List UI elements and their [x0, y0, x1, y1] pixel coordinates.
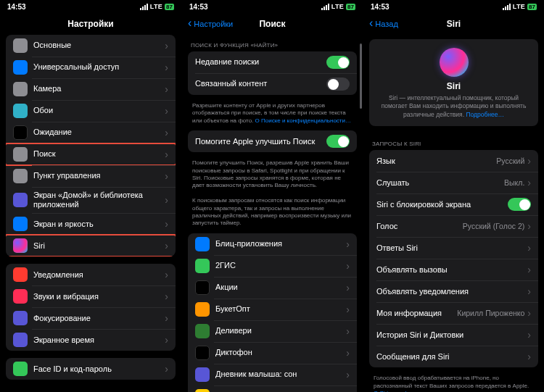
row-label: Голос [376, 222, 463, 231]
row-label: Язык [376, 157, 496, 166]
row-label: Моя информация [376, 309, 457, 318]
chevron-right-icon: › [165, 241, 168, 251]
siri-row[interactable]: СлушатьВыкл.› [369, 172, 538, 193]
row-label: Сообщения для Siri [376, 352, 527, 362]
app-row[interactable]: Диктофон› [188, 342, 357, 364]
siri-row: Siri с блокировкой экрана [369, 193, 538, 215]
siri-hero-desc: Siri — интеллектуальный помощник, которы… [376, 94, 531, 119]
chevron-right-icon: › [165, 219, 168, 229]
row-label: Камера [33, 84, 165, 93]
toggle-switch[interactable] [326, 56, 350, 69]
siri-row[interactable]: Объявлять вызовы› [369, 259, 538, 280]
chevron-right-icon: › [346, 326, 350, 336]
section-header: ЗАПРОСЫ К SIRI [363, 133, 544, 150]
row-label: Экран и яркость [33, 220, 165, 229]
settings-row-notifications[interactable]: Уведомления› [6, 264, 176, 285]
chevron-right-icon: › [527, 286, 531, 296]
row-label: Универсальный доступ [33, 62, 165, 72]
focus-icon [13, 311, 28, 325]
settings-row-sounds[interactable]: Звуки и вибрация› [6, 285, 176, 307]
siri-row[interactable]: ГолосРусский (Голос 2)› [369, 215, 538, 237]
settings-row-gear[interactable]: Основные› [6, 35, 176, 57]
siri-row[interactable]: Моя информацияКирилл Пироженко› [369, 302, 538, 324]
settings-row-display[interactable]: Экран и яркость› [6, 213, 176, 235]
chevron-right-icon: › [527, 178, 531, 188]
settings-row-accessibility[interactable]: Универсальный доступ› [6, 57, 176, 78]
chevron-right-icon: › [165, 291, 168, 301]
siri-row[interactable]: Объявлять уведомления› [369, 280, 538, 302]
phone-settings: 14:53 LTE 87 Настройки Основные›Универса… [0, 0, 181, 392]
back-button[interactable]: Настройки [188, 20, 233, 28]
chevron-right-icon: › [346, 239, 350, 249]
app-row[interactable]: БукетОпт› [188, 299, 357, 320]
row-label: Пункт управления [33, 171, 165, 180]
signal-icon [140, 4, 148, 10]
app-row[interactable]: Акции› [188, 277, 357, 299]
wallpaper-icon [13, 104, 28, 118]
chevron-right-icon: › [346, 370, 350, 380]
chevron-right-icon: › [165, 62, 168, 72]
row-label: Объявлять уведомления [376, 287, 527, 296]
status-right: LTE 87 [503, 3, 537, 10]
settings-row-wallpaper[interactable]: Обои› [6, 100, 176, 122]
settings-list[interactable]: Основные›Универсальный доступ›Камера›Обо… [0, 35, 181, 392]
gear-icon [13, 38, 28, 53]
row-label: Siri с блокировкой экрана [376, 200, 508, 209]
chevron-right-icon: › [165, 335, 168, 345]
search-settings-scroll[interactable]: ПОИСК И ФУНКЦИЯ «НАЙТИ» Недавние поискиС… [182, 35, 363, 392]
siri-row[interactable]: ЯзыкРусский› [369, 150, 538, 172]
notifications-icon [13, 267, 28, 282]
app-row[interactable]: Деливери› [188, 320, 357, 342]
settings-row-camera[interactable]: Камера› [6, 78, 176, 100]
app-icon [195, 324, 210, 338]
chevron-right-icon: › [346, 304, 350, 314]
privacy-link[interactable]: О Поиске и конфиденциальности… [255, 117, 351, 124]
learn-more-link[interactable]: Подробнее… [466, 111, 504, 118]
settings-row-faceid[interactable]: Face ID и код-пароль› [6, 358, 176, 380]
app-row[interactable]: Заметки› [188, 385, 357, 392]
app-label: Акции [215, 283, 346, 292]
app-icon [195, 280, 210, 295]
settings-row-focus[interactable]: Фокусирование› [6, 307, 176, 329]
siri-row[interactable]: История Siri и Диктовки› [369, 324, 538, 346]
chevron-right-icon: › [165, 106, 168, 116]
camera-icon [13, 82, 28, 96]
chevron-right-icon: › [165, 313, 168, 323]
app-icon [195, 237, 210, 251]
settings-row-search[interactable]: Поиск› [6, 143, 176, 165]
accessibility-icon [13, 60, 28, 75]
siri-row[interactable]: Сообщения для Siri› [369, 346, 538, 367]
row-label: Недавние поиски [195, 57, 326, 67]
siri-row[interactable]: Ответы Siri› [369, 237, 538, 259]
scrollbar[interactable] [360, 43, 362, 109]
app-icon [195, 389, 210, 392]
app-row[interactable]: Блиц-приложения› [188, 233, 357, 255]
chevron-right-icon: › [527, 156, 531, 166]
settings-row-siri[interactable]: Siri› [6, 235, 176, 257]
section-header: ПОИСК И ФУНКЦИЯ «НАЙТИ» [182, 35, 363, 51]
chevron-right-icon: › [527, 308, 531, 318]
nav-bar: Настройки Поиск [182, 13, 363, 35]
app-row[interactable]: 2ГИС› [188, 255, 357, 277]
phone-siri: 14:53 LTE 87 Назад Siri Siri Siri — инте… [363, 0, 544, 392]
row-label: Siri [33, 241, 165, 251]
toggle-switch[interactable] [326, 135, 350, 148]
row-label: Ответы Siri [376, 243, 527, 253]
back-button[interactable]: Назад [369, 20, 398, 28]
app-label: Диктофон [215, 348, 346, 357]
siri-scroll[interactable]: Siri Siri — интеллектуальный помощник, к… [363, 35, 544, 392]
status-time: 14:53 [7, 3, 26, 11]
chevron-right-icon: › [165, 41, 168, 51]
app-row[interactable]: Дневник малыша: сон› [188, 364, 357, 385]
toggle-switch[interactable] [326, 78, 350, 91]
settings-row-home-screen[interactable]: Экран «Домой» и библиотека приложений› [6, 187, 176, 213]
toggle-switch[interactable] [508, 198, 531, 211]
row-label: Объявлять вызовы [376, 265, 527, 275]
settings-row-control-center[interactable]: Пункт управления› [6, 165, 176, 187]
settings-row-standby[interactable]: Ожидание› [6, 122, 176, 143]
phone-search: 14:53 LTE 87 Настройки Поиск ПОИСК И ФУН… [181, 0, 363, 392]
settings-row-screentime[interactable]: Экранное время› [6, 329, 176, 351]
control-center-icon [13, 169, 28, 183]
siri-icon [13, 238, 28, 253]
row-label: Помогите Apple улучшить Поиск [195, 137, 326, 146]
